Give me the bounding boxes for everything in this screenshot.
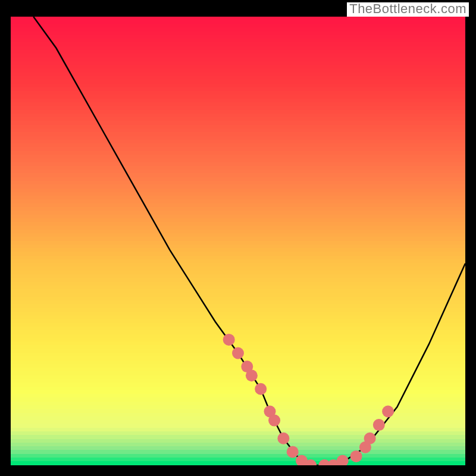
highlight-dot (382, 406, 394, 418)
highlight-dot (277, 433, 289, 444)
highlight-dot (246, 369, 258, 381)
curve-layer (11, 17, 465, 465)
highlight-dot (232, 347, 244, 359)
bottleneck-curve (33, 17, 465, 465)
highlight-dot (337, 455, 349, 466)
highlight-dot (287, 446, 299, 458)
highlight-dot (223, 334, 235, 346)
plot-area (11, 17, 465, 465)
highlight-dot (268, 415, 280, 427)
watermark-label: TheBottleneck.com (347, 2, 469, 17)
highlight-dot (350, 450, 362, 462)
highlight-dot (373, 419, 385, 431)
chart-container: TheBottleneck.com (0, 0, 476, 476)
highlight-dot (364, 433, 376, 444)
highlight-dot (255, 383, 267, 395)
